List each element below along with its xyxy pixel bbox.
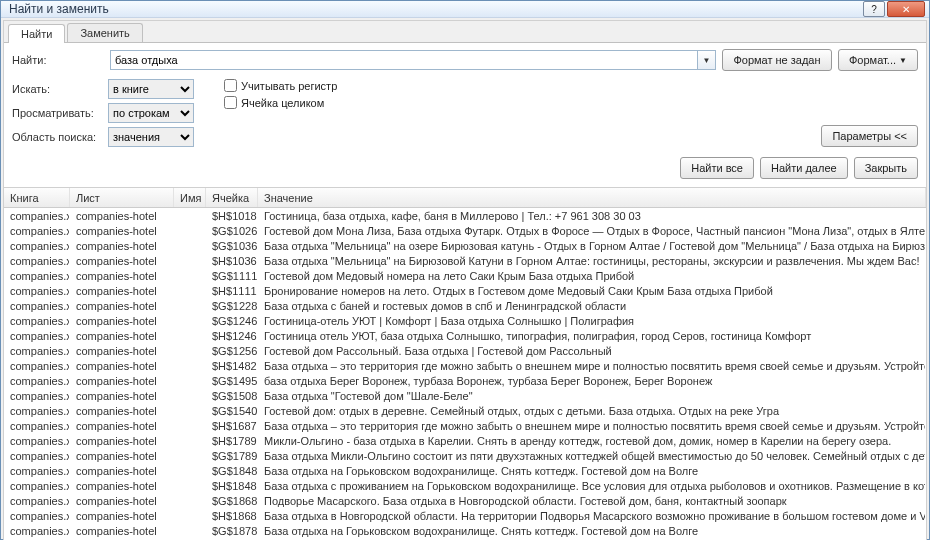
cell-value: База отдыха – это территория где можно з… — [258, 418, 926, 433]
table-row[interactable]: companies.xlsxcompanies-hotel$H$1789Микл… — [4, 433, 926, 448]
cell-ref: $G$1868 — [206, 493, 258, 508]
cell-book: companies.xlsx — [4, 388, 70, 403]
area-select[interactable]: значения — [108, 127, 194, 147]
table-row[interactable]: companies.xlsxcompanies-hotel$G$1878База… — [4, 523, 926, 538]
col-sheet[interactable]: Лист — [70, 188, 174, 207]
cell-book: companies.xlsx — [4, 478, 70, 493]
tabs: Найти Заменить — [4, 21, 926, 43]
table-row[interactable]: companies.xlsxcompanies-hotel$H$1111Брон… — [4, 283, 926, 298]
cell-ref: $G$1228 — [206, 298, 258, 313]
col-book[interactable]: Книга — [4, 188, 70, 207]
area-label: Область поиска: — [12, 131, 104, 143]
cell-name — [174, 238, 206, 253]
match-case-checkbox[interactable]: Учитывать регистр — [224, 79, 337, 92]
tab-replace[interactable]: Заменить — [67, 23, 142, 42]
format-button[interactable]: Формат... ▼ — [838, 49, 918, 71]
col-value[interactable]: Значение — [258, 188, 926, 207]
table-row[interactable]: companies.xlsxcompanies-hotel$H$1036База… — [4, 253, 926, 268]
cell-book: companies.xlsx — [4, 208, 70, 223]
cell-ref: $G$1878 — [206, 523, 258, 538]
cell-sheet: companies-hotel — [70, 403, 174, 418]
cell-sheet: companies-hotel — [70, 433, 174, 448]
cell-book: companies.xlsx — [4, 283, 70, 298]
cell-ref: $H$1789 — [206, 433, 258, 448]
table-row[interactable]: companies.xlsxcompanies-hotel$G$1495база… — [4, 373, 926, 388]
col-cell[interactable]: Ячейка — [206, 188, 258, 207]
table-row[interactable]: companies.xlsxcompanies-hotel$H$1848База… — [4, 478, 926, 493]
cell-book: companies.xlsx — [4, 403, 70, 418]
table-row[interactable]: companies.xlsxcompanies-hotel$G$1228База… — [4, 298, 926, 313]
cell-book: companies.xlsx — [4, 508, 70, 523]
look-select[interactable]: по строкам — [108, 103, 194, 123]
titlebar[interactable]: Найти и заменить ? ✕ — [1, 1, 929, 18]
cell-value: База отдыха на Горьковском водохранилище… — [258, 463, 926, 478]
cell-ref: $G$1036 — [206, 238, 258, 253]
table-row[interactable]: companies.xlsxcompanies-hotel$G$1789База… — [4, 448, 926, 463]
cell-sheet: companies-hotel — [70, 268, 174, 283]
whole-cell-input[interactable] — [224, 96, 237, 109]
cell-name — [174, 418, 206, 433]
table-row[interactable]: companies.xlsxcompanies-hotel$G$1256Гост… — [4, 343, 926, 358]
cell-book: companies.xlsx — [4, 223, 70, 238]
cell-value: База отдыха "Мельница" на Бирюзовой Кату… — [258, 253, 926, 268]
table-row[interactable]: companies.xlsxcompanies-hotel$G$1868Подв… — [4, 493, 926, 508]
find-label: Найти: — [12, 54, 104, 66]
cell-name — [174, 478, 206, 493]
table-row[interactable]: companies.xlsxcompanies-hotel$G$1026Гост… — [4, 223, 926, 238]
cell-book: companies.xlsx — [4, 238, 70, 253]
table-row[interactable]: companies.xlsxcompanies-hotel$G$1848База… — [4, 463, 926, 478]
table-row[interactable]: companies.xlsxcompanies-hotel$H$1868База… — [4, 508, 926, 523]
cell-ref: $G$1026 — [206, 223, 258, 238]
table-row[interactable]: companies.xlsxcompanies-hotel$G$1246Гост… — [4, 313, 926, 328]
cell-book: companies.xlsx — [4, 433, 70, 448]
table-row[interactable]: companies.xlsxcompanies-hotel$G$1111Гост… — [4, 268, 926, 283]
cell-sheet: companies-hotel — [70, 523, 174, 538]
cell-sheet: companies-hotel — [70, 298, 174, 313]
col-name[interactable]: Имя — [174, 188, 206, 207]
cell-name — [174, 268, 206, 283]
cell-name — [174, 208, 206, 223]
grid-body[interactable]: companies.xlsxcompanies-hotel$H$1018Гост… — [4, 208, 926, 540]
find-next-button[interactable]: Найти далее — [760, 157, 848, 179]
table-row[interactable]: companies.xlsxcompanies-hotel$G$1036База… — [4, 238, 926, 253]
search-in-select[interactable]: в книге — [108, 79, 194, 99]
dialog-body: Найти Заменить Найти: ▼ Формат не задан … — [3, 20, 927, 540]
find-input[interactable] — [110, 50, 698, 70]
close-button[interactable]: Закрыть — [854, 157, 918, 179]
chevron-down-icon: ▼ — [899, 56, 907, 65]
grid-header[interactable]: Книга Лист Имя Ячейка Значение — [4, 188, 926, 208]
format-not-set-button[interactable]: Формат не задан — [722, 49, 832, 71]
find-all-button[interactable]: Найти все — [680, 157, 754, 179]
cell-sheet: companies-hotel — [70, 448, 174, 463]
find-combobox[interactable]: ▼ — [110, 50, 716, 70]
find-dropdown-icon[interactable]: ▼ — [698, 50, 716, 70]
cell-sheet: companies-hotel — [70, 493, 174, 508]
cell-sheet: companies-hotel — [70, 253, 174, 268]
cell-value: Микли-Ольгино - база отдыха в Карелии. С… — [258, 433, 926, 448]
cell-ref: $H$1868 — [206, 508, 258, 523]
cell-ref: $H$1018 — [206, 208, 258, 223]
cell-value: База отдыха в Новгородской области. На т… — [258, 508, 926, 523]
table-row[interactable]: companies.xlsxcompanies-hotel$H$1482База… — [4, 358, 926, 373]
cell-book: companies.xlsx — [4, 268, 70, 283]
whole-cell-checkbox[interactable]: Ячейка целиком — [224, 96, 337, 109]
cell-name — [174, 328, 206, 343]
cell-sheet: companies-hotel — [70, 343, 174, 358]
tab-find[interactable]: Найти — [8, 24, 65, 43]
cell-sheet: companies-hotel — [70, 373, 174, 388]
cell-sheet: companies-hotel — [70, 478, 174, 493]
cell-book: companies.xlsx — [4, 298, 70, 313]
help-button[interactable]: ? — [863, 1, 885, 17]
cell-ref: $G$1508 — [206, 388, 258, 403]
close-window-button[interactable]: ✕ — [887, 1, 925, 17]
table-row[interactable]: companies.xlsxcompanies-hotel$G$1540Гост… — [4, 403, 926, 418]
parameters-button[interactable]: Параметры << — [821, 125, 918, 147]
cell-sheet: companies-hotel — [70, 418, 174, 433]
match-case-input[interactable] — [224, 79, 237, 92]
results-grid: Книга Лист Имя Ячейка Значение companies… — [4, 187, 926, 540]
table-row[interactable]: companies.xlsxcompanies-hotel$H$1687База… — [4, 418, 926, 433]
table-row[interactable]: companies.xlsxcompanies-hotel$H$1018Гост… — [4, 208, 926, 223]
cell-value: Гостиница, база отдыха, кафе, баня в Мил… — [258, 208, 926, 223]
table-row[interactable]: companies.xlsxcompanies-hotel$H$1246Гост… — [4, 328, 926, 343]
table-row[interactable]: companies.xlsxcompanies-hotel$G$1508База… — [4, 388, 926, 403]
